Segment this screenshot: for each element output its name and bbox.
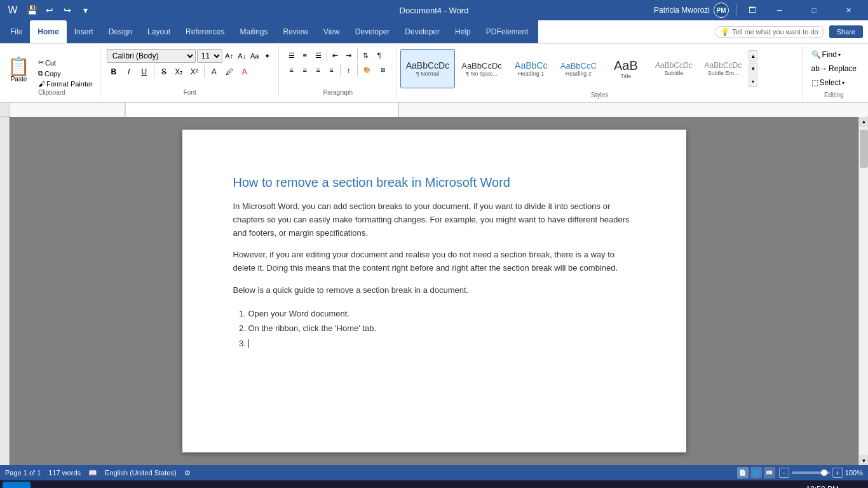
select-button[interactable]: ⬚ Select ▾ [809, 77, 859, 88]
clear-format-btn[interactable]: ✦ [262, 50, 273, 62]
language-info[interactable]: English (United States) [105, 469, 177, 477]
increase-indent-btn[interactable]: ⇥ [342, 50, 355, 61]
print-view-btn[interactable]: 📄 [737, 467, 749, 478]
justify-btn[interactable]: ≡ [325, 64, 338, 76]
superscript-btn[interactable]: X² [187, 65, 201, 79]
zoom-out-btn[interactable]: − [779, 468, 789, 478]
document-para-1[interactable]: In Microsoft Word, you can add section b… [233, 200, 635, 240]
list-item-3[interactable] [248, 336, 635, 351]
zoom-slider[interactable] [792, 471, 830, 474]
copy-button[interactable]: ⧉ Copy [36, 69, 95, 78]
taskbar-word-active[interactable]: W [414, 482, 439, 488]
decrease-indent-btn[interactable]: ⇤ [329, 50, 342, 61]
italic-button[interactable]: I [122, 65, 136, 79]
document-para-3[interactable]: Below is a quick guide to remove a secti… [233, 284, 635, 297]
redo-qa-btn[interactable]: ↪ [60, 3, 75, 18]
tab-design[interactable]: Design [101, 20, 140, 43]
save-qa-btn[interactable]: 💾 [24, 3, 39, 18]
format-painter-button[interactable]: 🖌 Format Painter [36, 79, 95, 88]
tab-insert[interactable]: Insert [67, 20, 101, 43]
taskbar-file-explorer[interactable]: 📁 [280, 482, 306, 488]
customize-qa-btn[interactable]: ▾ [78, 3, 93, 18]
taskbar-teams[interactable]: 💬 [467, 482, 492, 488]
tab-layout[interactable]: Layout [140, 20, 178, 43]
show-desktop-btn[interactable] [862, 482, 865, 488]
find-button[interactable]: 🔍 Find ▾ [809, 49, 859, 60]
scroll-down-btn[interactable]: ▼ [859, 456, 868, 465]
tab-references[interactable]: References [178, 20, 232, 43]
tab-home[interactable]: Home [30, 20, 66, 43]
user-avatar[interactable]: PM [714, 3, 729, 18]
taskbar-search-btn[interactable]: 🔍 [227, 482, 252, 488]
tab-developer1[interactable]: Developer [348, 20, 398, 43]
align-right-btn[interactable]: ≡ [312, 64, 325, 76]
align-left-btn[interactable]: ≡ [285, 64, 298, 76]
taskbar-taskview-btn[interactable]: ⧉ [254, 482, 279, 488]
styles-expand-btn[interactable]: ▾ [749, 76, 757, 87]
align-center-btn[interactable]: ≡ [299, 64, 311, 76]
maximize-btn[interactable]: □ [799, 0, 829, 20]
numbering-btn[interactable]: ≡ [299, 50, 311, 61]
style-normal[interactable]: AaBbCcDc ¶ Normal [400, 49, 455, 88]
start-button[interactable]: ⊞ [3, 482, 31, 488]
tab-file[interactable]: File [3, 20, 30, 43]
font-size-select[interactable]: 11 [197, 49, 222, 63]
tab-help[interactable]: Help [447, 20, 478, 43]
document-scroll-area[interactable]: How to remove a section break in Microso… [10, 117, 858, 465]
show-formatting-btn[interactable]: ¶ [373, 50, 386, 61]
subscript-btn[interactable]: X₂ [172, 65, 186, 79]
taskbar-store[interactable]: 🛍 [334, 482, 359, 488]
tab-pdfelement[interactable]: PDFelement [478, 20, 536, 43]
scroll-thumb[interactable] [860, 130, 868, 168]
underline-button[interactable]: U [137, 65, 151, 79]
cut-button[interactable]: ✂ Cut [36, 58, 95, 67]
taskbar-edge[interactable]: 🌐 [307, 482, 332, 488]
font-family-select[interactable]: Calibri (Body) [107, 49, 196, 63]
text-effects-btn[interactable]: A [207, 65, 221, 79]
read-view-btn[interactable]: 📖 [764, 467, 775, 478]
sort-btn[interactable]: ⇅ [360, 50, 372, 61]
tab-view[interactable]: View [316, 20, 348, 43]
web-view-btn[interactable]: 🌐 [750, 467, 762, 478]
tab-review[interactable]: Review [275, 20, 315, 43]
multilevel-btn[interactable]: ☰ [312, 50, 325, 61]
borders-btn[interactable]: ⊞ [376, 64, 391, 76]
zoom-thumb[interactable] [821, 470, 827, 476]
taskbar-mail[interactable]: ✉ [360, 482, 386, 488]
style-heading2[interactable]: AaBbCcC Heading 2 [555, 49, 602, 88]
clock-display[interactable]: 10:58 PM 10/19/2021 [804, 484, 839, 488]
taskbar-calendar[interactable]: 📅 [387, 482, 412, 488]
scroll-up-btn[interactable]: ▲ [859, 117, 868, 126]
font-color-btn[interactable]: A [238, 65, 252, 79]
style-subtle-em[interactable]: AaBbCcDc Subtle Em... [699, 49, 748, 88]
text-highlight-btn[interactable]: 🖊 [222, 65, 236, 79]
bullets-btn[interactable]: ☰ [285, 50, 298, 61]
undo-qa-btn[interactable]: ↩ [42, 3, 57, 18]
font-size-increase-btn[interactable]: A↑ [224, 50, 235, 62]
close-btn[interactable]: ✕ [834, 0, 863, 20]
tab-mailings[interactable]: Mailings [232, 20, 275, 43]
zoom-in-btn[interactable]: + [832, 468, 843, 478]
proofing-icon[interactable]: 📖 [88, 469, 97, 477]
taskbar-chrome[interactable]: 🔵 [440, 482, 466, 488]
style-no-spacing[interactable]: AaBbCcDc ¶ No Spac... [456, 49, 508, 88]
font-size-decrease-btn[interactable]: A↓ [236, 50, 248, 62]
change-case-btn[interactable]: Aa [249, 50, 261, 62]
replace-button[interactable]: ab→ Replace [809, 63, 859, 74]
style-title[interactable]: AaB Title [603, 49, 649, 88]
styles-scroll-up-btn[interactable]: ▲ [749, 50, 757, 62]
document-para-2[interactable]: However, if you are editing your documen… [233, 248, 635, 275]
shading-btn[interactable]: 🎨 [360, 64, 375, 76]
tab-developer2[interactable]: Developer [397, 20, 447, 43]
tell-me-box[interactable]: 💡 Tell me what you want to do [715, 26, 824, 38]
style-heading1[interactable]: AaBbCc Heading 1 [508, 49, 554, 88]
share-button[interactable]: Share [829, 25, 863, 38]
style-subtitle[interactable]: AaBbCcDc Subtitle [649, 49, 698, 88]
scroll-track[interactable] [859, 126, 868, 456]
bold-button[interactable]: B [107, 65, 121, 79]
minimize-btn[interactable]: ─ [765, 0, 794, 20]
styles-scroll-down-btn[interactable]: ▼ [749, 63, 757, 74]
line-spacing-btn[interactable]: ↕ [342, 64, 355, 76]
ribbon-display-btn[interactable]: 🗔 [745, 3, 760, 18]
macro-icon[interactable]: ⚙ [184, 469, 191, 477]
